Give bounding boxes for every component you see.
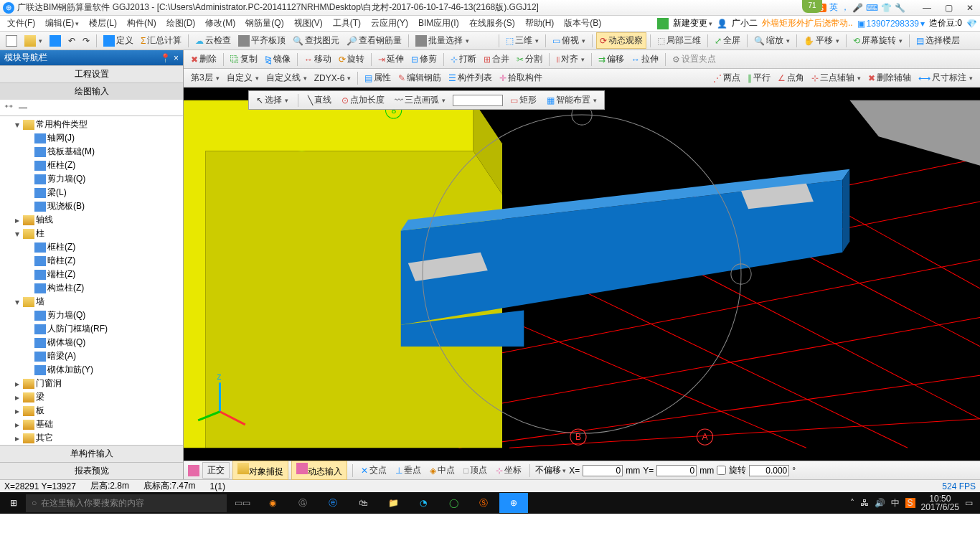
tray-clock[interactable]: 10:502017/6/25 <box>921 494 959 512</box>
expand-all-icon[interactable]: ⁺⁺ <box>4 103 13 113</box>
two-point-button[interactable]: ⋰两点 <box>710 70 743 85</box>
task-app-3[interactable]: ◔ <box>409 493 438 513</box>
menu-online[interactable]: 在线服务(S) <box>465 16 519 31</box>
rotate-input[interactable] <box>749 465 789 476</box>
undo-button[interactable]: ↶ <box>65 34 78 47</box>
menu-rebar[interactable]: 钢筋量(Q) <box>241 16 288 31</box>
dyn-input-button[interactable]: 动态输入 <box>291 461 347 480</box>
tray-up-icon[interactable]: ˄ <box>850 498 854 508</box>
component-tree[interactable]: ▾常用构件类型轴网(J)筏板基础(M)框柱(Z)剪力墙(Q)梁(L)现浇板(B)… <box>0 116 183 445</box>
pick-component-button[interactable]: ✛拾取构件 <box>496 70 545 85</box>
tree-node[interactable]: ▾常用构件类型 <box>0 118 183 131</box>
tree-node[interactable]: 暗梁(A) <box>0 349 183 363</box>
floor-selector[interactable]: 第3层 <box>188 70 222 85</box>
cloud-check-button[interactable]: ☁云检查 <box>192 33 234 48</box>
line-selector[interactable]: 自定义线 <box>263 70 310 85</box>
tree-node[interactable]: 框柱(Z) <box>0 159 183 172</box>
score-badge[interactable]: 71 <box>802 0 822 13</box>
tree-node[interactable]: 轴网(J) <box>0 131 183 145</box>
ime-comma-icon[interactable]: ， <box>841 1 849 14</box>
point-angle-button[interactable]: ∠点角 <box>775 70 807 85</box>
move-button[interactable]: ↔移动 <box>301 52 334 67</box>
snap-coord[interactable]: ⊹坐标 <box>493 463 524 478</box>
task-app-active[interactable]: ⊕ <box>499 493 528 513</box>
menu-floor[interactable]: 楼层(L) <box>85 16 121 31</box>
tray-ime-icon[interactable]: S <box>905 498 915 508</box>
top-view-button[interactable]: ▭俯视 <box>550 33 588 48</box>
break-button[interactable]: ⊹打断 <box>448 52 479 67</box>
line-tool[interactable]: ╲ 直线 <box>305 93 334 108</box>
align-button[interactable]: ⫴对齐 <box>553 52 588 67</box>
tree-node[interactable]: ▾墙 <box>0 295 183 309</box>
menu-version[interactable]: 版本号(B) <box>560 16 606 31</box>
sidebar-close-icon[interactable]: × <box>174 53 179 63</box>
tree-node[interactable]: 框柱(Z) <box>0 240 183 254</box>
task-app-5[interactable]: Ⓢ <box>469 493 498 513</box>
stretch-button[interactable]: ↔拉伸 <box>628 52 661 67</box>
tree-node[interactable]: ▸门窗洞 <box>0 377 183 390</box>
tree-node[interactable]: 人防门框墙(RF) <box>0 322 183 336</box>
task-app-2[interactable]: Ⓖ <box>288 493 317 513</box>
tree-node[interactable]: ▸基础 <box>0 418 183 431</box>
task-app-4[interactable]: ◯ <box>439 493 468 513</box>
menu-bim[interactable]: BIM应用(I) <box>414 16 463 31</box>
menu-modify[interactable]: 修改(M) <box>201 16 240 31</box>
code-selector[interactable]: ZDYX-6 <box>311 72 354 85</box>
batch-select-button[interactable]: 批量选择 <box>413 33 472 48</box>
rotate-button[interactable]: ⟳旋转 <box>336 52 367 67</box>
zoom-button[interactable]: 🔍缩放 <box>751 33 793 48</box>
properties-button[interactable]: ▤属性 <box>362 70 394 85</box>
dim-button[interactable]: ⟷尺寸标注 <box>915 70 976 85</box>
new-button[interactable] <box>3 34 20 48</box>
tree-node[interactable]: 砌体墙(Q) <box>0 336 183 349</box>
component-list-button[interactable]: ☰构件列表 <box>446 70 495 85</box>
tree-node[interactable]: 砌体加筋(Y) <box>0 363 183 377</box>
task-view-icon[interactable]: ▭▭ <box>228 493 257 513</box>
snap-intersect[interactable]: ✕交点 <box>358 463 390 478</box>
y-input[interactable] <box>656 465 697 476</box>
minimize-button[interactable]: — <box>920 3 934 13</box>
menu-cloud[interactable]: 云应用(Y) <box>367 16 413 31</box>
taskbar-search[interactable]: ○在这里输入你要搜索的内容 <box>26 494 227 512</box>
snap-mid[interactable]: ◈中点 <box>427 463 458 478</box>
menu-tools[interactable]: 工具(T) <box>329 16 365 31</box>
trim-button[interactable]: ⊟修剪 <box>408 52 440 67</box>
find-element-button[interactable]: 🔍查找图元 <box>290 33 342 48</box>
tree-node[interactable]: 剪力墙(Q) <box>0 172 183 186</box>
tree-node[interactable]: ▾柱 <box>0 227 183 240</box>
point-length-tool[interactable]: ⊙点加长度 <box>339 93 387 108</box>
menu-draw[interactable]: 绘图(D) <box>162 16 200 31</box>
tray-vol-icon[interactable]: 🔊 <box>875 498 885 508</box>
sum-button[interactable]: Σ汇总计算 <box>138 33 184 48</box>
screen-rotate-button[interactable]: ⟲屏幕旋转 <box>850 33 905 48</box>
merge-button[interactable]: ⊞合并 <box>481 52 512 67</box>
3d-button[interactable]: ⬚三维 <box>503 33 542 48</box>
menu-file[interactable]: 文件(F) <box>3 16 39 31</box>
extend-button[interactable]: ⇥延伸 <box>375 52 407 67</box>
mirror-button[interactable]: ⧎镜像 <box>262 52 293 67</box>
tree-node[interactable]: 暗柱(Z) <box>0 254 183 268</box>
menu-view[interactable]: 视图(V) <box>290 16 327 31</box>
tray-notif-icon[interactable]: ▭ <box>965 498 973 508</box>
grip-button[interactable]: ⚙设置夹点 <box>669 52 719 67</box>
tree-node[interactable]: ▸梁 <box>0 390 183 404</box>
fullscreen-button[interactable]: ⤢全屏 <box>712 33 743 48</box>
tree-node[interactable]: 梁(L) <box>0 186 183 199</box>
tree-node[interactable]: 筏板基础(M) <box>0 145 183 159</box>
snap-vertex[interactable]: □顶点 <box>461 463 490 478</box>
tree-node[interactable]: 构造柱(Z) <box>0 281 183 295</box>
open-button[interactable] <box>22 34 45 48</box>
tray-net-icon[interactable]: 🖧 <box>860 498 869 508</box>
viewport-3d[interactable]: ↖ 选择 ╲ 直线 ⊙点加长度 〰 三点画弧 ▭矩形 ▦智能布置 <box>184 88 980 461</box>
user-name[interactable]: 广小二 <box>732 17 758 29</box>
task-explorer[interactable]: 📁 <box>379 493 407 513</box>
smart-layout-tool[interactable]: ▦智能布置 <box>544 93 600 108</box>
tree-node[interactable]: ▸轴线 <box>0 213 183 227</box>
tab-report-preview[interactable]: 报表预览 <box>0 462 183 479</box>
arc-input[interactable] <box>453 95 503 106</box>
select-tool[interactable]: ↖ 选择 <box>253 93 291 108</box>
type-selector[interactable]: 自定义 <box>224 70 262 85</box>
tree-node[interactable]: ▸板 <box>0 404 183 418</box>
close-button[interactable]: ✕ <box>963 3 977 13</box>
ortho-button[interactable]: 正交 <box>202 462 230 479</box>
